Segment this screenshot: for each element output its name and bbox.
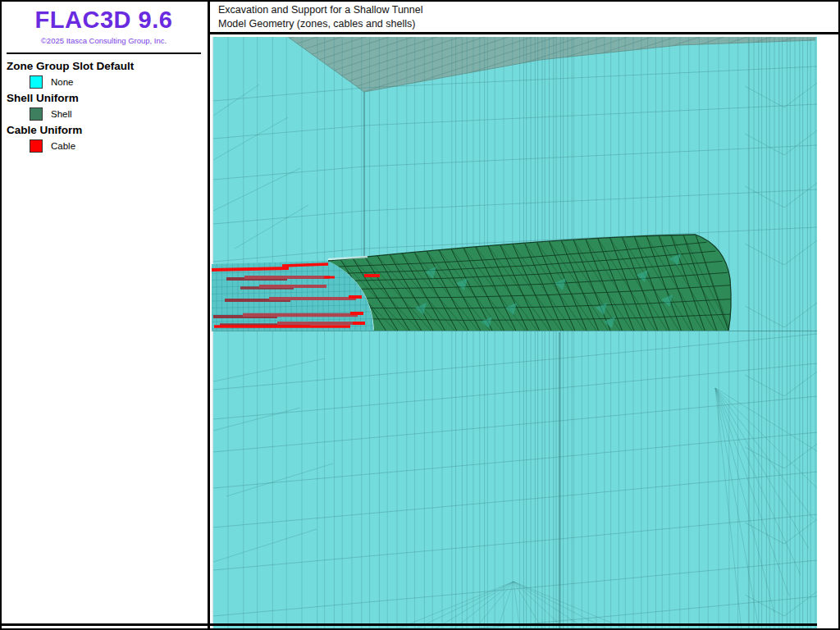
plot-pane: Excavation and Support for a Shallow Tun… [210,0,840,630]
copyright-text: ©2025 Itasca Consulting Group, Inc. [0,36,208,45]
flac3d-window: FLAC3D 9.6 ©2025 Itasca Consulting Group… [0,0,840,630]
app-logo: FLAC3D 9.6 [0,7,208,34]
legend-item-shell: Shell [30,107,208,121]
legend-heading-cable-uniform: Cable Uniform [7,123,208,137]
plot-title: Excavation and Support for a Shallow Tun… [218,3,840,17]
zone-none-label: None [51,77,74,87]
shell-label: Shell [51,109,72,119]
model-3d-view[interactable] [210,37,840,630]
legend-heading-shell-uniform: Shell Uniform [7,91,208,105]
legend-item-none: None [30,75,208,89]
zone-none-swatch [30,75,43,89]
legend-item-cable: Cable [30,139,208,153]
legend-pane: FLAC3D 9.6 ©2025 Itasca Consulting Group… [0,0,210,630]
plot-subtitle: Model Geometry (zones, cables and shells… [218,17,840,31]
legend-divider [7,52,201,54]
cable-swatch [30,139,43,153]
zone-block [213,37,817,630]
plot-bottom-border [0,623,817,626]
legend-heading-zone-group: Zone Group Slot Default [7,59,208,73]
legend: Zone Group Slot Default None Shell Unifo… [7,59,208,153]
cable-label: Cable [51,141,75,151]
plot-caption: Excavation and Support for a Shallow Tun… [210,0,840,34]
shell-swatch [30,107,43,121]
